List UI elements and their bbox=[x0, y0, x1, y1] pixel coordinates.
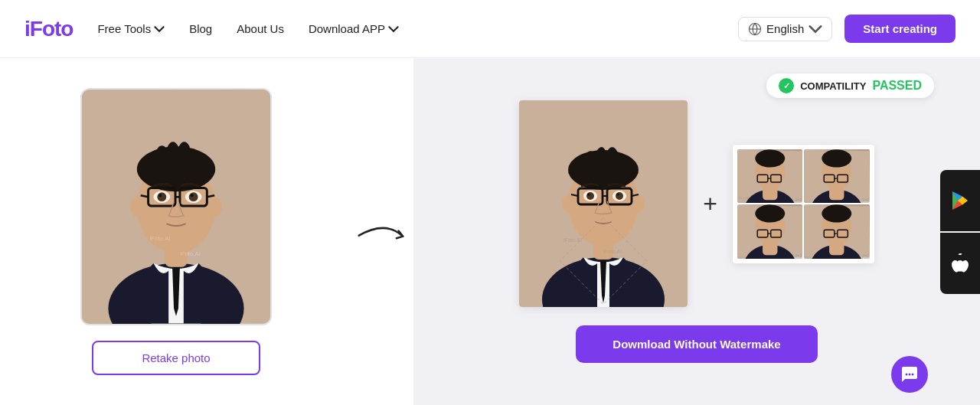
svg-point-26 bbox=[562, 195, 574, 212]
svg-point-6 bbox=[130, 197, 144, 217]
result-portrait-svg: iFoto.AI iFoto.AI bbox=[519, 100, 688, 307]
plus-sign: + bbox=[703, 190, 717, 218]
download-button[interactable]: Dowmload Without Watermake bbox=[576, 325, 817, 363]
start-creating-button[interactable]: Start creating bbox=[844, 15, 956, 43]
grid-photo-result: iFoto.AI 2×2 2×2 bbox=[733, 145, 874, 263]
grid-cell-label-3: 2×2 bbox=[795, 253, 802, 258]
svg-point-35 bbox=[586, 192, 594, 200]
grid-cell-1: iFoto.AI 2×2 bbox=[737, 149, 803, 204]
globe-icon bbox=[748, 22, 762, 36]
header-right: English Start creating bbox=[738, 15, 956, 43]
transform-arrow bbox=[354, 212, 412, 252]
photo-placeholder: iFoto.AI iFoto.AI bbox=[82, 90, 270, 324]
language-selector[interactable]: English bbox=[738, 17, 832, 41]
passed-label: PASSED bbox=[872, 79, 922, 93]
svg-point-77 bbox=[912, 374, 914, 376]
svg-point-36 bbox=[616, 192, 623, 200]
nav-about-us[interactable]: About Us bbox=[237, 22, 284, 35]
left-panel: iFoto.AI iFoto.AI Retake photo bbox=[0, 58, 352, 405]
svg-text:iFoto.AI: iFoto.AI bbox=[739, 196, 749, 200]
main-content: iFoto.AI iFoto.AI Retake photo ✓ COMPATI… bbox=[0, 58, 980, 405]
svg-point-75 bbox=[906, 374, 908, 376]
apple-icon bbox=[952, 253, 969, 273]
svg-point-55 bbox=[822, 149, 852, 167]
svg-point-38 bbox=[616, 193, 619, 196]
nav-download-app[interactable]: Download APP bbox=[309, 22, 399, 35]
grid-cell-2: 2×2 bbox=[804, 149, 870, 204]
grid-cell-label-1: 2×2 bbox=[795, 198, 802, 202]
grid-cell-4: 2×2 bbox=[804, 204, 870, 259]
svg-point-16 bbox=[189, 192, 198, 201]
svg-point-27 bbox=[632, 195, 645, 212]
svg-text:iFoto.AI: iFoto.AI bbox=[180, 250, 201, 257]
nav-free-tools[interactable]: Free Tools bbox=[97, 22, 165, 35]
chevron-down-icon bbox=[154, 24, 165, 34]
svg-text:iFoto.AI: iFoto.AI bbox=[603, 249, 622, 254]
right-panel: ✓ COMPATILITY PASSED bbox=[413, 58, 980, 405]
retake-photo-button[interactable]: Retake photo bbox=[92, 341, 260, 375]
side-float-buttons bbox=[940, 170, 980, 294]
nav-blog[interactable]: Blog bbox=[189, 22, 212, 35]
chat-button[interactable] bbox=[891, 356, 928, 393]
chevron-down-icon bbox=[808, 22, 822, 36]
svg-point-46 bbox=[755, 149, 785, 167]
grid-cell-label-4: 2×2 bbox=[862, 253, 868, 258]
compatibility-badge: ✓ COMPATILITY PASSED bbox=[766, 73, 934, 98]
grid-cell-label-2: 2×2 bbox=[862, 198, 868, 202]
grid-cell-3: 2×2 bbox=[737, 204, 803, 259]
compatibility-label: COMPATILITY bbox=[800, 80, 866, 92]
arrow-section bbox=[352, 58, 413, 405]
single-photo-result: iFoto.AI iFoto.AI bbox=[519, 100, 688, 307]
svg-point-17 bbox=[158, 194, 162, 197]
chevron-down-icon bbox=[388, 24, 399, 34]
google-play-button[interactable] bbox=[940, 170, 980, 231]
svg-point-63 bbox=[755, 204, 785, 222]
svg-point-71 bbox=[822, 204, 852, 222]
svg-point-7 bbox=[208, 197, 222, 217]
check-icon: ✓ bbox=[779, 78, 794, 93]
svg-point-15 bbox=[157, 192, 166, 201]
apple-store-button[interactable] bbox=[940, 233, 980, 294]
header: iFoto Free Tools Blog About Us Download … bbox=[0, 0, 980, 58]
arrow-icon bbox=[354, 212, 412, 252]
header-left: iFoto Free Tools Blog About Us Download … bbox=[24, 17, 399, 41]
chat-icon bbox=[900, 365, 919, 384]
original-photo: iFoto.AI iFoto.AI bbox=[80, 88, 272, 325]
logo[interactable]: iFoto bbox=[24, 17, 73, 41]
svg-point-18 bbox=[191, 194, 194, 197]
google-play-icon bbox=[950, 191, 970, 211]
person-portrait-svg: iFoto.AI iFoto.AI bbox=[82, 90, 270, 324]
nav: Free Tools Blog About Us Download APP bbox=[97, 22, 399, 35]
svg-point-76 bbox=[909, 374, 911, 376]
svg-text:iFoto.AI: iFoto.AI bbox=[150, 235, 171, 242]
svg-point-37 bbox=[587, 193, 590, 196]
result-row: iFoto.AI iFoto.AI + bbox=[519, 100, 874, 307]
